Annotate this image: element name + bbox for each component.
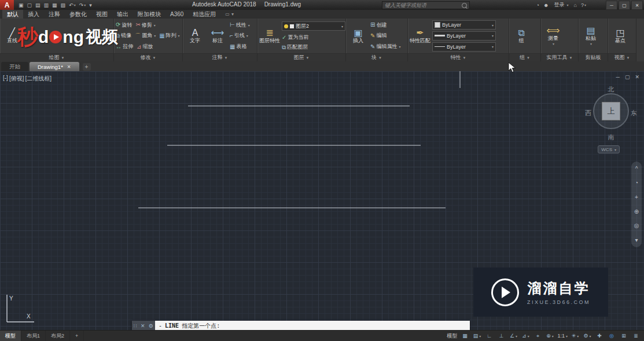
new-file-icon[interactable]: ▢: [27, 2, 32, 8]
viewport-close-icon[interactable]: ✕: [635, 74, 639, 80]
steering-wheel-icon[interactable]: ◔: [635, 179, 638, 186]
layers-panel-label[interactable]: 图层▼: [257, 53, 345, 61]
viewport-control-1[interactable]: [俯视]: [9, 75, 24, 83]
paste-button[interactable]: ▤粘贴▾: [580, 20, 601, 52]
ribbon-panel-toggle-arrow-icon[interactable]: ▾: [231, 12, 234, 17]
view-cube[interactable]: 北 上 西 东 南: [585, 85, 637, 150]
orbit-icon[interactable]: ◎: [634, 222, 639, 229]
group-button[interactable]: ⧉组: [511, 20, 532, 52]
table-button[interactable]: ▦表格: [230, 43, 246, 50]
snap-toggle[interactable]: ▤▾: [471, 332, 483, 340]
modify-panel-label[interactable]: 修改▼: [114, 53, 182, 61]
undo-icon[interactable]: ↶▾: [69, 2, 76, 8]
ribbon-tab-2[interactable]: 注释: [44, 10, 65, 19]
linear-button[interactable]: ⊢线性▾: [230, 21, 250, 29]
ortho-toggle[interactable]: ⊥: [495, 332, 507, 340]
rotate-button[interactable]: ⟳旋转: [116, 21, 132, 29]
close-button[interactable]: ✕: [631, 1, 643, 10]
command-input[interactable]: - LINE 指定第一个点:: [155, 321, 470, 330]
edit-block-button[interactable]: ✎编辑: [370, 32, 387, 39]
edit-attributes-button[interactable]: ✎编辑属性▾: [370, 43, 400, 50]
new-layout-button[interactable]: +: [70, 331, 84, 341]
viewport-control-0[interactable]: [-]: [3, 75, 8, 83]
start-tab[interactable]: 开始: [1, 62, 28, 71]
ribbon-tab-6[interactable]: 附加模块: [133, 10, 165, 19]
osnap-tracking-toggle[interactable]: ⌖: [532, 332, 543, 340]
viewport-control-2[interactable]: [二维线框]: [25, 75, 51, 83]
save-as-icon[interactable]: ▦: [52, 2, 57, 8]
drawing1-tab[interactable]: Drawing1* ✕: [30, 62, 79, 71]
ribbon-tab-0[interactable]: 默认: [2, 10, 23, 19]
layout2-tab[interactable]: 布局2: [46, 331, 70, 341]
pan-icon[interactable]: +: [635, 194, 638, 200]
isodraft-toggle[interactable]: ⊿▾: [520, 332, 531, 340]
properties-panel-label[interactable]: 特性▼: [408, 53, 509, 61]
minimize-button[interactable]: ─: [606, 1, 617, 10]
layer-properties-button[interactable]: ≣图层特性: [259, 20, 280, 52]
ribbon-tab-8[interactable]: 精选应用: [188, 10, 220, 19]
block-panel-label[interactable]: 块▼: [346, 53, 407, 61]
ribbon-tab-5[interactable]: 输出: [112, 10, 133, 19]
match-properties-button[interactable]: ✒特性匹配: [410, 20, 430, 52]
stretch-button[interactable]: ↔拉伸: [116, 43, 133, 50]
clipboard-panel-label[interactable]: 剪贴板: [579, 53, 608, 61]
viewcube-north[interactable]: 北: [608, 85, 614, 94]
user-icon[interactable]: ☻: [543, 2, 549, 8]
qat-dropdown-icon[interactable]: ▾: [89, 2, 92, 8]
ribbon-tab-3[interactable]: 参数化: [65, 10, 91, 19]
model-space-button[interactable]: 模型: [446, 332, 458, 340]
command-grip[interactable]: ∷: [134, 323, 137, 329]
scale-button[interactable]: ⊿缩放: [137, 43, 153, 50]
create-block-button[interactable]: ⊞创建: [370, 21, 387, 29]
object-color-select[interactable]: ByLayer▾: [432, 20, 496, 30]
viewcube-top-face[interactable]: 上: [602, 102, 620, 120]
help-icon[interactable]: ?▾: [581, 2, 586, 8]
restore-button[interactable]: ▢: [619, 1, 630, 10]
trim-button[interactable]: ✂修剪▾: [135, 21, 155, 29]
ribbon-tab-7[interactable]: A360: [165, 10, 188, 19]
layer-select[interactable]: 图层2▾: [282, 21, 345, 31]
insert-button[interactable]: ▣插入: [348, 20, 369, 52]
viewport-minimize-icon[interactable]: ─: [616, 74, 620, 80]
annotation-panel-label[interactable]: 注释▼: [183, 53, 257, 61]
viewcube-west[interactable]: 西: [585, 109, 591, 118]
viewport-restore-icon[interactable]: ▢: [625, 74, 630, 80]
osnap-toggle[interactable]: ⊕▾: [544, 332, 555, 340]
ribbon-tab-4[interactable]: 视图: [91, 10, 112, 19]
new-drawing-tab-button[interactable]: +: [83, 63, 91, 71]
drawing-area[interactable]: [-][俯视][二维线框] ─▢✕ 北 上 西 东 南 WCS ▾ ^◔+⊕◎▾…: [0, 71, 644, 330]
autocad-logo[interactable]: A: [0, 0, 14, 10]
viewcube-east[interactable]: 东: [631, 109, 637, 118]
draw-panel-label[interactable]: 绘图▼: [0, 53, 113, 61]
command-line[interactable]: ∷ ✕ ⚙ - LINE 指定第一个点:: [132, 321, 470, 330]
plot-icon[interactable]: ▧: [61, 2, 66, 8]
match-layer-button[interactable]: ⧉匹配图层: [282, 43, 308, 51]
text-button[interactable]: A文字: [185, 20, 205, 52]
annotation-sync-toggle[interactable]: ✳▾: [569, 332, 581, 340]
lineweight-select[interactable]: ByLayer▾: [432, 31, 496, 41]
workspace-icon[interactable]: ▣: [19, 2, 24, 8]
signin-button[interactable]: 登录▾: [554, 1, 569, 9]
fillet-button[interactable]: ⌒圆角▾: [135, 32, 156, 39]
infer-constraints-toggle[interactable]: ∟: [483, 332, 495, 340]
hardware-accel-toggle[interactable]: ◎: [606, 332, 617, 340]
close-command-icon[interactable]: ✕: [141, 323, 145, 329]
search-box[interactable]: 键入关键字或短语: [382, 1, 470, 9]
dimension-button[interactable]: ⟷标注: [207, 20, 228, 52]
close-tab-icon[interactable]: ✕: [67, 64, 71, 69]
polar-toggle[interactable]: ∠▾: [507, 332, 519, 340]
annotation-monitor-toggle[interactable]: ✚: [594, 332, 605, 340]
viewcube-south[interactable]: 南: [608, 133, 614, 142]
search-icon[interactable]: [462, 3, 467, 8]
make-current-button[interactable]: ✓置为当前: [282, 34, 308, 41]
model-tab[interactable]: 模型: [0, 331, 21, 341]
ribbon-panel-toggle-icon[interactable]: ▭: [225, 12, 230, 17]
wcs-selector[interactable]: WCS ▾: [598, 145, 620, 153]
navbar-collapse-icon[interactable]: ^: [635, 166, 638, 172]
mirror-button[interactable]: ⧉镜像: [116, 32, 131, 39]
save-icon[interactable]: ▥: [44, 2, 49, 8]
view-panel-label[interactable]: 视图▼: [608, 53, 636, 61]
annotation-scale-button[interactable]: 1:1▾: [556, 332, 569, 340]
ribbon-tab-1[interactable]: 插入: [23, 10, 44, 19]
layout1-tab[interactable]: 布局1: [21, 331, 46, 341]
